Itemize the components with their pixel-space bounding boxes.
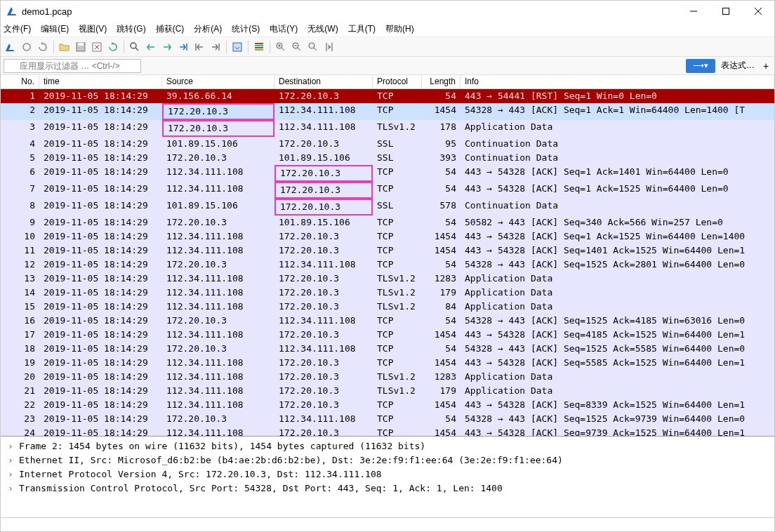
toolbar-separator bbox=[226, 41, 227, 53]
maximize-button[interactable] bbox=[710, 1, 742, 22]
minimize-button[interactable] bbox=[677, 1, 710, 22]
menu-wireless[interactable]: 无线(W) bbox=[307, 23, 338, 35]
menubar: 文件(F) 编辑(E) 视图(V) 跳转(G) 捕获(C) 分析(A) 统计(S… bbox=[1, 22, 774, 37]
packet-row[interactable]: 242019-11-05 18:14:29112.34.111.108172.2… bbox=[1, 426, 774, 436]
svg-rect-15 bbox=[233, 43, 241, 51]
toolbar-separator bbox=[270, 41, 270, 53]
packet-row[interactable]: 22019-11-05 18:14:29172.20.10.3112.34.11… bbox=[1, 103, 774, 120]
packet-row[interactable]: 202019-11-05 18:14:29112.34.111.108172.2… bbox=[1, 370, 774, 384]
menu-analyze[interactable]: 分析(A) bbox=[194, 23, 222, 35]
save-icon[interactable] bbox=[74, 40, 88, 54]
packet-row[interactable]: 122019-11-05 18:14:29172.20.10.3112.34.1… bbox=[1, 258, 774, 272]
packet-row[interactable]: 92019-11-05 18:14:29172.20.10.3101.89.15… bbox=[1, 215, 774, 230]
packet-row[interactable]: 212019-11-05 18:14:29112.34.111.108172.2… bbox=[1, 384, 774, 398]
detail-ip[interactable]: Internet Protocol Version 4, Src: 172.20… bbox=[8, 467, 767, 481]
packet-row[interactable]: 232019-11-05 18:14:29172.20.10.3112.34.1… bbox=[1, 412, 774, 426]
packet-row[interactable]: 102019-11-05 18:14:29112.34.111.108172.2… bbox=[1, 230, 774, 244]
packet-row[interactable]: 42019-11-05 18:14:29101.89.15.106172.20.… bbox=[1, 137, 774, 151]
start-capture-icon[interactable] bbox=[4, 40, 18, 54]
menu-telephony[interactable]: 电话(Y) bbox=[270, 23, 298, 35]
packet-row[interactable]: 112019-11-05 18:14:29112.34.111.108172.2… bbox=[1, 244, 774, 258]
col-time[interactable]: time bbox=[39, 75, 162, 88]
svg-point-4 bbox=[23, 44, 30, 51]
packet-details-pane[interactable]: Frame 2: 1454 bytes on wire (11632 bits)… bbox=[1, 437, 774, 517]
find-icon[interactable] bbox=[128, 40, 142, 54]
svg-line-28 bbox=[314, 48, 317, 51]
open-icon[interactable] bbox=[58, 40, 72, 54]
close-button[interactable] bbox=[742, 1, 774, 22]
packet-row[interactable]: 52019-11-05 18:14:29172.20.10.3101.89.15… bbox=[1, 151, 774, 165]
zoom-out-icon[interactable] bbox=[290, 40, 304, 54]
restart-capture-icon[interactable] bbox=[36, 40, 50, 54]
packet-row[interactable]: 142019-11-05 18:14:29112.34.111.108172.2… bbox=[1, 286, 774, 300]
first-icon[interactable] bbox=[192, 40, 206, 54]
menu-view[interactable]: 视图(V) bbox=[79, 23, 107, 35]
packet-row[interactable]: 192019-11-05 18:14:29112.34.111.108172.2… bbox=[1, 356, 774, 370]
next-icon[interactable] bbox=[160, 40, 174, 54]
arrow-icon: ⟶ bbox=[693, 61, 704, 70]
detail-frame[interactable]: Frame 2: 1454 bytes on wire (11632 bits)… bbox=[8, 439, 767, 453]
close-file-icon[interactable] bbox=[90, 40, 104, 54]
packet-row[interactable]: 152019-11-05 18:14:29112.34.111.108172.2… bbox=[1, 300, 774, 314]
packet-row[interactable]: 172019-11-05 18:14:29112.34.111.108172.2… bbox=[1, 328, 774, 342]
zoom-in-icon[interactable] bbox=[274, 40, 288, 54]
resize-columns-icon[interactable] bbox=[322, 40, 336, 54]
reload-icon[interactable] bbox=[106, 40, 120, 54]
packet-list-body[interactable]: 12019-11-05 18:14:2939.156.66.14172.20.1… bbox=[1, 89, 774, 436]
svg-line-11 bbox=[135, 48, 138, 51]
last-icon[interactable] bbox=[208, 40, 223, 54]
autoscroll-icon[interactable] bbox=[230, 40, 244, 54]
packet-row[interactable]: 72019-11-05 18:14:29112.34.111.108172.20… bbox=[1, 182, 774, 199]
packet-list-pane: No. time Source Destination Protocol Len… bbox=[1, 75, 774, 437]
menu-file[interactable]: 文件(F) bbox=[4, 23, 31, 35]
packet-row[interactable]: 162019-11-05 18:14:29172.20.10.3112.34.1… bbox=[1, 314, 774, 328]
toolbar-separator bbox=[124, 41, 124, 53]
col-protocol[interactable]: Protocol bbox=[373, 75, 422, 88]
packet-list-header: No. time Source Destination Protocol Len… bbox=[1, 75, 774, 89]
menu-tools[interactable]: 工具(T) bbox=[348, 23, 376, 35]
menu-capture[interactable]: 捕获(C) bbox=[156, 23, 185, 35]
goto-icon[interactable] bbox=[176, 40, 190, 54]
toolbar bbox=[1, 37, 774, 57]
svg-line-21 bbox=[281, 48, 284, 51]
window-controls bbox=[677, 1, 774, 22]
toolbar-separator bbox=[53, 41, 54, 53]
window-title: demo1.pcap bbox=[22, 6, 677, 17]
col-source[interactable]: Source bbox=[162, 75, 274, 88]
menu-statistics[interactable]: 统计(S) bbox=[232, 23, 260, 35]
col-destination[interactable]: Destination bbox=[274, 75, 373, 88]
zoom-reset-icon[interactable] bbox=[306, 40, 320, 54]
packet-row[interactable]: 132019-11-05 18:14:29112.34.111.108172.2… bbox=[1, 272, 774, 286]
packet-row[interactable]: 32019-11-05 18:14:29172.20.10.3112.34.11… bbox=[1, 120, 774, 137]
detail-ethernet[interactable]: Ethernet II, Src: Microsof_d6:b2:be (b4:… bbox=[8, 453, 767, 467]
packet-row[interactable]: 182019-11-05 18:14:29172.20.10.3112.34.1… bbox=[1, 342, 774, 356]
col-no[interactable]: No. bbox=[1, 75, 39, 88]
packet-row[interactable]: 12019-11-05 18:14:2939.156.66.14172.20.1… bbox=[1, 89, 774, 103]
menu-help[interactable]: 帮助(H) bbox=[385, 23, 414, 35]
menu-edit[interactable]: 编辑(E) bbox=[41, 23, 69, 35]
packet-row[interactable]: 222019-11-05 18:14:29112.34.111.108172.2… bbox=[1, 398, 774, 412]
filterbar: ⟶▾ 表达式… + bbox=[1, 57, 774, 75]
bytes-pane-placeholder bbox=[1, 517, 774, 531]
svg-point-27 bbox=[309, 43, 314, 48]
packet-row[interactable]: 62019-11-05 18:14:29112.34.111.108172.20… bbox=[1, 165, 774, 182]
col-info[interactable]: Info bbox=[461, 75, 774, 88]
colorize-icon[interactable] bbox=[252, 40, 266, 54]
toolbar-separator bbox=[248, 41, 249, 53]
stop-capture-icon[interactable] bbox=[20, 40, 34, 54]
detail-tcp[interactable]: Transmission Control Protocol, Src Port:… bbox=[8, 481, 767, 496]
svg-rect-1 bbox=[723, 8, 729, 15]
svg-point-10 bbox=[131, 43, 136, 48]
filter-input-wrap bbox=[4, 59, 683, 73]
prev-icon[interactable] bbox=[144, 40, 158, 54]
apply-filter-button[interactable]: ⟶▾ bbox=[686, 59, 715, 73]
menu-go[interactable]: 跳转(G) bbox=[117, 23, 145, 35]
expression-button[interactable]: 表达式… bbox=[718, 60, 757, 72]
svg-rect-6 bbox=[78, 43, 84, 46]
display-filter-input[interactable] bbox=[4, 59, 141, 73]
svg-line-25 bbox=[298, 48, 300, 51]
col-length[interactable]: Length bbox=[422, 75, 461, 88]
titlebar: demo1.pcap bbox=[1, 1, 774, 22]
packet-row[interactable]: 82019-11-05 18:14:29101.89.15.106172.20.… bbox=[1, 199, 774, 215]
add-filter-button[interactable]: + bbox=[760, 60, 771, 72]
